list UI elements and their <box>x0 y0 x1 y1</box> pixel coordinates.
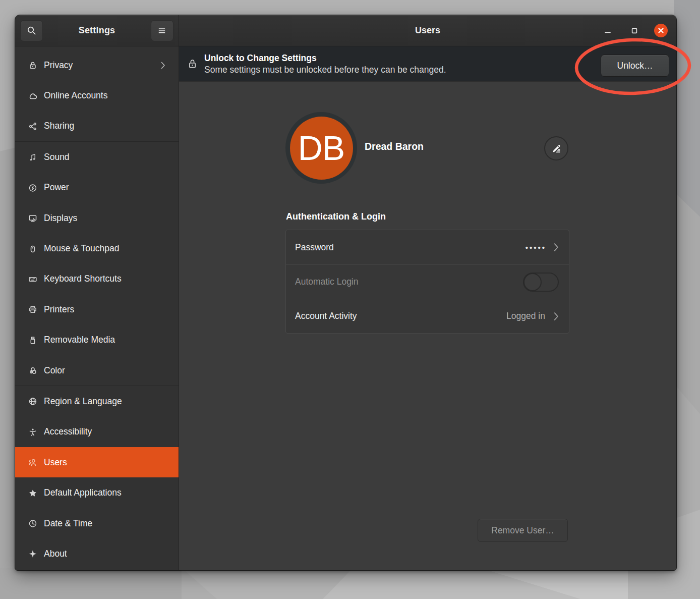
account-activity-label: Account Activity <box>295 311 506 321</box>
sidebar-list: Privacy Online Accounts Sharing Sound Po… <box>15 46 179 570</box>
power-icon <box>28 183 37 192</box>
maximize-button[interactable] <box>627 24 641 37</box>
automatic-login-label: Automatic Login <box>295 277 523 287</box>
lock-icon <box>188 59 197 69</box>
keyboard-icon <box>28 275 37 284</box>
sidebar-item-power[interactable]: Power <box>15 173 179 203</box>
auth-listbox: Password ••••• Automatic Login Account A… <box>285 230 569 334</box>
sidebar: Settings Privacy Online Accounts Sharing <box>15 15 179 570</box>
password-value: ••••• <box>526 243 546 252</box>
auth-section-title: Authentication & Login <box>286 211 386 222</box>
sidebar-item-removable-media[interactable]: Removable Media <box>15 325 179 355</box>
users-panel-content: DB Dread Baron Authentication & Login Pa… <box>179 82 676 570</box>
settings-window: Settings Privacy Online Accounts Sharing <box>15 15 676 570</box>
sidebar-item-privacy[interactable]: Privacy <box>15 50 179 80</box>
sidebar-headerbar: Settings <box>15 15 179 46</box>
hamburger-menu-icon <box>157 27 166 35</box>
users-icon <box>28 458 37 467</box>
page-title: Users <box>415 25 440 36</box>
account-activity-row[interactable]: Account Activity Logged in <box>286 299 569 333</box>
sidebar-item-displays[interactable]: Displays <box>15 203 179 233</box>
sidebar-item-color[interactable]: Color <box>15 355 179 386</box>
close-button[interactable] <box>654 24 668 37</box>
main-headerbar: Users <box>179 15 676 46</box>
lock-icon <box>28 61 37 70</box>
pencil-icon <box>551 143 562 154</box>
password-row[interactable]: Password ••••• <box>286 230 569 264</box>
password-label: Password <box>295 242 526 253</box>
sparkle-icon <box>28 549 37 558</box>
automatic-login-toggle[interactable] <box>523 273 559 292</box>
minimize-button[interactable] <box>601 24 614 37</box>
clock-icon <box>28 519 37 528</box>
avatar-initials: DB <box>290 117 353 180</box>
unlock-button[interactable]: Unlock… <box>601 55 669 77</box>
globe-icon <box>28 397 37 406</box>
chevron-right-icon <box>553 312 559 321</box>
chevron-right-icon <box>553 243 559 252</box>
unlock-infobar: Unlock to Change Settings Some settings … <box>179 46 676 82</box>
accessibility-icon <box>28 427 37 437</box>
sidebar-item-about[interactable]: About <box>15 538 179 569</box>
flash-drive-icon <box>28 336 37 345</box>
sidebar-item-mouse-touchpad[interactable]: Mouse & Touchpad <box>15 233 179 263</box>
sidebar-item-default-applications[interactable]: Default Applications <box>15 477 179 508</box>
edit-name-button[interactable] <box>544 136 568 160</box>
color-icon <box>28 366 37 375</box>
avatar[interactable]: DB <box>285 112 357 184</box>
user-full-name: Dread Baron <box>365 141 424 152</box>
display-icon <box>28 213 37 223</box>
sidebar-item-sound[interactable]: Sound <box>15 142 179 172</box>
remove-user-button[interactable]: Remove User… <box>478 519 568 542</box>
printer-icon <box>28 305 37 314</box>
infobar-subtitle: Some settings must be unlocked before th… <box>204 64 601 76</box>
star-icon <box>28 488 37 498</box>
sidebar-item-printers[interactable]: Printers <box>15 294 179 324</box>
mouse-icon <box>28 244 37 253</box>
close-icon <box>658 27 664 34</box>
sidebar-item-region-language[interactable]: Region & Language <box>15 386 179 416</box>
sidebar-item-keyboard-shortcuts[interactable]: Keyboard Shortcuts <box>15 264 179 294</box>
sidebar-title: Settings <box>79 25 115 36</box>
account-activity-value: Logged in <box>506 311 545 321</box>
sidebar-item-users[interactable]: Users <box>15 447 179 477</box>
sidebar-item-accessibility[interactable]: Accessibility <box>15 417 179 447</box>
sidebar-item-online-accounts[interactable]: Online Accounts <box>15 80 179 111</box>
minimize-icon <box>604 27 611 34</box>
search-icon <box>27 26 36 35</box>
music-note-icon <box>28 152 37 161</box>
share-icon <box>28 122 37 131</box>
search-button[interactable] <box>20 20 43 41</box>
toggle-knob <box>523 273 542 291</box>
main-pane: Users Unlock to Change Settings Some set… <box>179 15 676 570</box>
sidebar-item-date-time[interactable]: Date & Time <box>15 508 179 538</box>
maximize-icon <box>631 27 638 34</box>
chevron-right-icon <box>160 61 165 70</box>
cloud-icon <box>28 91 37 100</box>
infobar-title: Unlock to Change Settings <box>204 52 601 64</box>
window-controls <box>601 15 668 46</box>
primary-menu-button[interactable] <box>151 20 173 41</box>
sidebar-item-sharing[interactable]: Sharing <box>15 111 179 141</box>
infobar-text: Unlock to Change Settings Some settings … <box>204 52 601 76</box>
automatic-login-row: Automatic Login <box>286 264 569 299</box>
